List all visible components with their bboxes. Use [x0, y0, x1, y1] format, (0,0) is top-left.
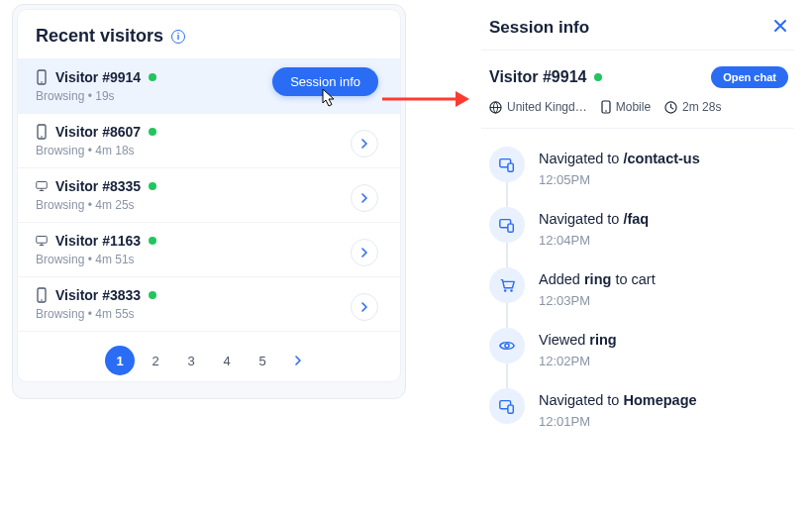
close-button[interactable]	[772, 18, 788, 38]
timeline-text: Added ring to cart	[539, 271, 656, 287]
recent-visitors-header: Recent visitors i	[18, 10, 400, 59]
session-timeline: Navigated to /contact-us12:05PMNavigated…	[481, 129, 794, 449]
timeline-time: 12:04PM	[539, 233, 649, 248]
recent-visitors-card: Recent visitors i Visitor #9914Browsing …	[17, 9, 401, 382]
expand-button[interactable]	[351, 293, 378, 321]
visitor-status: Browsing • 4m 55s	[36, 307, 384, 321]
session-meta: United Kingd… Mobile 2m 28s	[481, 98, 794, 129]
svg-rect-5	[37, 237, 48, 244]
timeline-time: 12:02PM	[539, 354, 617, 368]
nav-icon	[489, 147, 525, 182]
timeline-text: Navigated to Homepage	[539, 392, 697, 408]
visitor-name: Visitor #3833	[55, 287, 141, 303]
pagination-next[interactable]	[283, 346, 313, 375]
timeline-time: 12:03PM	[539, 293, 656, 308]
visitor-name: Visitor #1163	[55, 233, 141, 249]
svg-rect-4	[37, 182, 48, 189]
mobile-icon	[36, 69, 48, 85]
timeline-text: Navigated to /faq	[539, 211, 649, 227]
globe-icon	[489, 101, 502, 114]
page-5[interactable]: 5	[248, 346, 277, 375]
online-dot	[594, 73, 602, 81]
meta-location: United Kingd…	[489, 100, 587, 114]
session-visitor-row: Visitor #9914 Open chat	[481, 51, 794, 98]
online-dot	[149, 182, 156, 190]
visitor-row[interactable]: Visitor #1163Browsing • 4m 51s	[18, 223, 400, 277]
timeline-text: Navigated to /contact-us	[539, 151, 700, 166]
meta-device: Mobile	[601, 100, 651, 114]
online-dot	[149, 73, 156, 81]
meta-duration: 2m 28s	[664, 100, 721, 114]
visitor-list: Visitor #9914Browsing • 19sSession infoV…	[18, 59, 400, 332]
mobile-icon	[36, 124, 48, 140]
cart-icon	[489, 267, 525, 303]
visitor-status: Browsing • 4m 18s	[36, 144, 384, 157]
svg-point-18	[510, 289, 513, 292]
online-dot	[149, 237, 156, 245]
visitor-row[interactable]: Visitor #3833Browsing • 4m 55s	[18, 277, 400, 332]
recent-visitors-title: Recent visitors	[36, 26, 163, 47]
timeline-item: Navigated to Homepage12:01PM	[489, 388, 788, 449]
page-1[interactable]: 1	[105, 346, 135, 375]
timeline-item: Viewed ring12:02PM	[489, 328, 788, 388]
visitor-status: Browsing • 4m 51s	[36, 253, 384, 266]
svg-point-1	[41, 81, 43, 83]
visitor-name: Visitor #9914	[55, 69, 141, 85]
timeline-time: 12:01PM	[539, 414, 697, 429]
session-info-header: Session info	[481, 14, 794, 51]
session-info-panel: Session info Visitor #9914 Open chat Uni…	[471, 0, 806, 449]
mobile-icon	[601, 100, 611, 114]
desktop-icon	[36, 233, 48, 249]
svg-rect-21	[508, 405, 513, 413]
svg-rect-14	[508, 163, 513, 171]
page-4[interactable]: 4	[212, 346, 242, 375]
page-2[interactable]: 2	[141, 346, 170, 375]
visitor-status: Browsing • 4m 25s	[36, 198, 384, 212]
online-dot	[149, 128, 156, 136]
svg-point-11	[605, 110, 607, 112]
svg-point-7	[41, 299, 43, 301]
visitor-row[interactable]: Visitor #8335Browsing • 4m 25s	[18, 168, 400, 223]
clock-icon	[664, 101, 677, 114]
expand-button[interactable]	[351, 130, 378, 157]
online-dot	[149, 291, 156, 299]
svg-point-3	[41, 136, 43, 138]
expand-button[interactable]	[351, 184, 378, 212]
info-icon[interactable]: i	[171, 30, 185, 44]
nav-icon	[489, 388, 525, 424]
close-icon	[772, 18, 788, 34]
session-info-title: Session info	[489, 18, 589, 38]
timeline-time: 12:05PM	[539, 172, 700, 187]
callout-arrow	[380, 87, 471, 111]
visitor-name: Visitor #8335	[55, 178, 141, 194]
svg-point-17	[504, 289, 507, 292]
nav-icon	[489, 207, 525, 243]
mobile-icon	[36, 287, 48, 303]
timeline-text: Viewed ring	[539, 332, 617, 348]
visitor-name: Visitor #8607	[55, 124, 141, 140]
timeline-item: Navigated to /faq12:04PM	[489, 207, 788, 267]
eye-icon	[489, 328, 525, 363]
pagination: 12345	[18, 332, 400, 381]
cursor-icon	[317, 87, 339, 109]
expand-button[interactable]	[351, 239, 378, 266]
chevron-right-icon	[293, 356, 303, 365]
svg-rect-16	[508, 224, 513, 232]
recent-visitors-panel: Recent visitors i Visitor #9914Browsing …	[12, 4, 406, 399]
desktop-icon	[36, 178, 48, 194]
timeline-item: Added ring to cart12:03PM	[489, 267, 788, 328]
svg-point-19	[505, 344, 509, 348]
session-visitor-name: Visitor #9914	[489, 68, 602, 86]
page-3[interactable]: 3	[176, 346, 206, 375]
open-chat-button[interactable]: Open chat	[711, 66, 788, 88]
visitor-row[interactable]: Visitor #8607Browsing • 4m 18s	[18, 114, 400, 168]
timeline-item: Navigated to /contact-us12:05PM	[489, 147, 788, 207]
visitor-row[interactable]: Visitor #9914Browsing • 19sSession info	[18, 59, 400, 114]
